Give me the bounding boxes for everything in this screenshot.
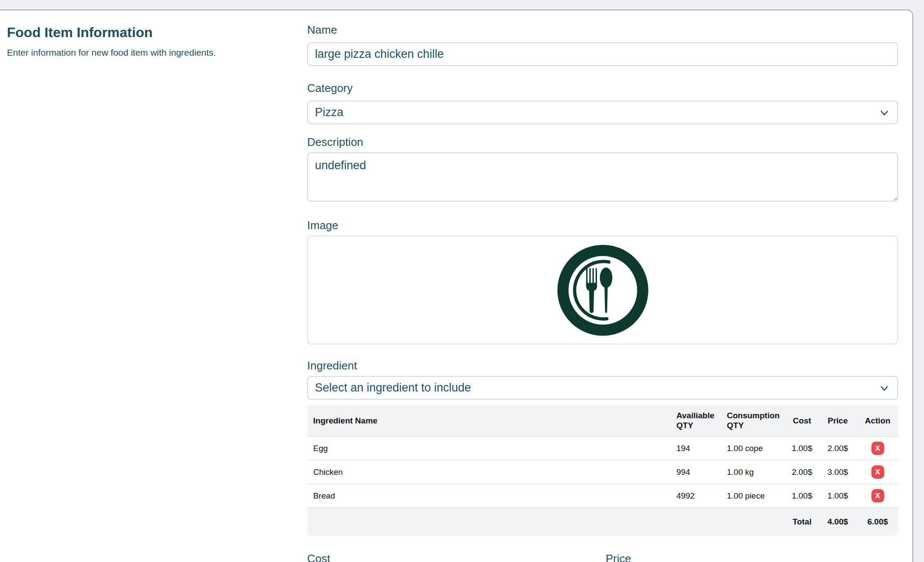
ingredient-name-cell: Chicken	[307, 460, 670, 483]
price-label: Price	[606, 552, 898, 562]
food-item-card: Food Item Information Enter information …	[0, 9, 913, 562]
image-preview-box	[307, 236, 898, 344]
price-field-group: Price	[606, 552, 898, 562]
description-textarea[interactable]	[307, 152, 898, 202]
ingredient-name-cell: Bread	[307, 483, 670, 507]
plate-fork-spoon-icon	[556, 244, 649, 337]
ingredient-name-cell: Egg	[307, 436, 670, 460]
cost-cell: 1.00$	[786, 436, 818, 460]
name-input[interactable]	[307, 42, 898, 66]
col-header-consumption-qty: Consumption QTY	[721, 405, 786, 436]
price-cell: 3.00$	[818, 460, 857, 483]
price-cell: 1.00$	[818, 483, 857, 507]
consumption-qty-cell: 1.00 cope	[721, 436, 786, 460]
available-qty-cell: 4992	[670, 483, 721, 507]
category-selected-value: Pizza	[315, 106, 343, 119]
ingredient-select[interactable]: Select an ingredient to include	[307, 376, 898, 400]
remove-ingredient-button[interactable]: X	[871, 489, 884, 502]
total-price-value: 6.00$	[857, 507, 898, 536]
page-title: Food Item Information	[7, 25, 293, 41]
price-cell: 2.00$	[818, 436, 857, 460]
cost-label: Cost	[307, 552, 600, 562]
table-row: Bread 4992 1.00 piece 1.00$ 1.00$ X	[307, 483, 898, 507]
table-row: Chicken 994 1.00 kg 2.00$ 3.00$ X	[307, 460, 898, 483]
table-header-row: Ingredient Name Availiable QTY Consumpti…	[307, 405, 898, 436]
consumption-qty-cell: 1.00 piece	[721, 483, 786, 507]
table-row: Egg 194 1.00 cope 1.00$ 2.00$ X	[307, 436, 898, 460]
available-qty-cell: 994	[670, 460, 721, 483]
col-header-price: Price	[818, 405, 857, 436]
food-item-form: Name Category Pizza Description Image	[302, 10, 912, 562]
category-label: Category	[307, 82, 898, 95]
remove-ingredient-button[interactable]: X	[871, 465, 884, 479]
table-total-row: Total 4.00$ 6.00$	[307, 507, 898, 536]
total-cost-value: 4.00$	[818, 507, 857, 536]
cost-field-group: Cost	[307, 552, 600, 562]
cost-cell: 2.00$	[786, 460, 818, 483]
info-panel: Food Item Information Enter information …	[0, 10, 302, 562]
category-select[interactable]: Pizza	[307, 101, 898, 124]
consumption-qty-cell: 1.00 kg	[721, 460, 786, 483]
ingredient-label: Ingredient	[307, 359, 898, 373]
col-header-ingredient-name: Ingredient Name	[307, 405, 670, 436]
chevron-down-icon	[878, 107, 890, 119]
name-label: Name	[307, 23, 898, 37]
available-qty-cell: 194	[670, 436, 721, 460]
col-header-available-qty: Availiable QTY	[670, 405, 721, 436]
page-subtitle: Enter information for new food item with…	[7, 47, 293, 58]
col-header-action: Action	[857, 405, 898, 436]
page: Food Item Information Enter information …	[0, 0, 924, 562]
ingredients-table: Ingredient Name Availiable QTY Consumpti…	[307, 405, 898, 536]
cost-cell: 1.00$	[786, 483, 818, 507]
total-label: Total	[786, 507, 818, 536]
image-label: Image	[307, 219, 898, 232]
description-label: Description	[307, 136, 898, 149]
col-header-cost: Cost	[786, 405, 818, 436]
remove-ingredient-button[interactable]: X	[871, 442, 884, 455]
ingredient-select-placeholder: Select an ingredient to include	[315, 381, 471, 394]
chevron-down-icon	[878, 382, 890, 395]
